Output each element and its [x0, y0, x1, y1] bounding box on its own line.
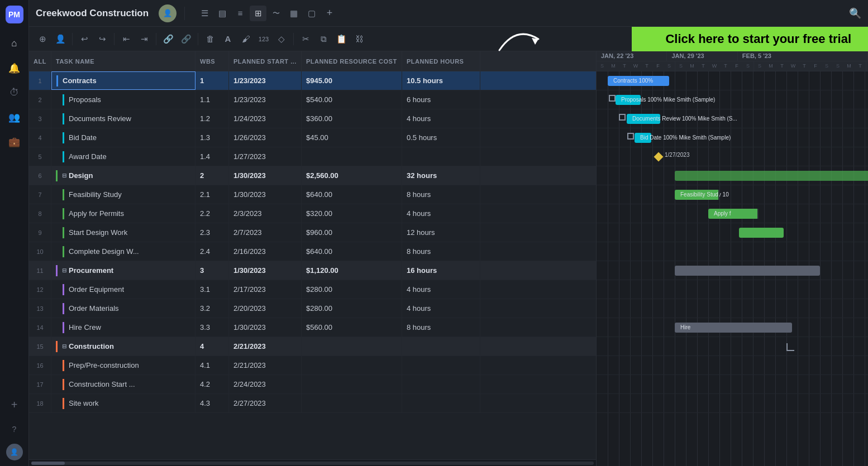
sidebar-add-button[interactable]: + — [4, 395, 25, 415]
sidebar-item-recent[interactable]: ⏱ — [4, 83, 25, 103]
gantt-bar-docs[interactable]: Documents Review 100% Mike Smith (S... — [627, 114, 660, 124]
task-hours — [402, 375, 480, 393]
table-row[interactable]: 7 Feasibility Study 2.1 1/30/2023 $640.0… — [29, 185, 596, 204]
gantt-body: Contracts 100% Proposals 100% Mike Smith… — [597, 71, 868, 466]
gantt-bar-hire[interactable]: Hire — [675, 323, 792, 333]
table-row[interactable]: 3 Documents Review 1.2 1/24/2023 $360.00… — [29, 109, 596, 128]
table-row[interactable]: 1 Contracts 1 1/23/2023 $945.00 10.5 hou… — [29, 71, 596, 90]
table-row[interactable]: 17 Construction Start ... 4.2 2/24/2023 — [29, 375, 596, 394]
scrollbar-thumb[interactable] — [31, 462, 65, 465]
task-hours: 4 hours — [402, 109, 480, 128]
gantt-bar-permits[interactable]: Apply f — [708, 209, 759, 219]
view-tab-document[interactable]: ▢ — [303, 6, 320, 21]
number-button[interactable]: 123 — [256, 31, 271, 47]
app-logo[interactable]: PM — [6, 6, 23, 23]
task-cost — [302, 375, 402, 393]
table-row[interactable]: 4 Bid Date 1.3 1/26/2023 $45.00 0.5 hour… — [29, 128, 596, 147]
gantt-bar-bid[interactable]: Bid Date 100% Mike Smith (Sample) — [635, 133, 651, 143]
task-cost — [302, 394, 402, 412]
gantt-bar-procurement[interactable] — [675, 266, 820, 276]
task-hours: 8 hours — [402, 318, 480, 337]
table-row[interactable]: 16 Prep/Pre-construction 4.1 2/21/2023 — [29, 356, 596, 375]
view-tab-gantt[interactable]: ▤ — [214, 6, 231, 21]
task-wbs: 3.2 — [195, 299, 229, 318]
sidebar-help-button[interactable]: ? — [4, 419, 25, 439]
diamond-button[interactable]: ◇ — [274, 31, 289, 47]
svg-marker-0 — [532, 38, 538, 45]
task-wbs: 4.2 — [195, 375, 229, 393]
table-row[interactable]: 9 Start Design Work 2.3 2/7/2023 $960.00… — [29, 223, 596, 242]
task-start: 2/3/2023 — [229, 204, 302, 223]
table-row[interactable]: 12 Order Equipment 3.1 2/17/2023 $280.00… — [29, 280, 596, 299]
gantt-month-jan29: JAN, 29 '23 — [667, 51, 737, 61]
task-start: 2/20/2023 — [229, 299, 302, 318]
view-tab-list[interactable]: ☰ — [196, 6, 213, 21]
table-row[interactable]: 15 ⊟ Construction 4 2/21/2023 — [29, 337, 596, 356]
table-row[interactable]: 6 ⊟ Design 2 1/30/2023 $2,560.00 32 hour… — [29, 166, 596, 185]
redo-button[interactable]: ↪ — [94, 31, 110, 47]
search-icon[interactable]: 🔍 — [849, 7, 861, 20]
paint-button[interactable]: 🖌 — [238, 31, 254, 47]
gantt-row: Apply f — [597, 204, 868, 223]
paste-button[interactable]: 📋 — [333, 31, 349, 47]
th-cost[interactable]: PLANNED RESOURCE COST — [302, 51, 402, 71]
add-person-button[interactable]: 👤 — [53, 31, 68, 47]
table-row[interactable]: 11 ⊟ Procurement 3 1/30/2023 $1,120.00 1… — [29, 261, 596, 280]
task-cost: $960.00 — [302, 223, 402, 242]
task-start: 1/27/2023 — [229, 147, 302, 166]
add-row-button[interactable]: ⊕ — [35, 31, 50, 47]
outdent-button[interactable]: ⇤ — [118, 31, 134, 47]
indent-button[interactable]: ⇥ — [136, 31, 152, 47]
sidebar-item-home[interactable]: ⌂ — [4, 33, 25, 54]
table-row[interactable]: 5 Award Date 1.4 1/27/2023 — [29, 147, 596, 166]
view-tab-plus[interactable]: + — [321, 6, 338, 21]
horizontal-scrollbar[interactable] — [29, 459, 596, 466]
view-tab-table[interactable]: ⊞ — [250, 6, 266, 21]
gantt-bar-design[interactable] — [675, 171, 868, 181]
th-wbs[interactable]: WBS — [195, 51, 229, 71]
sidebar-item-notifications[interactable]: 🔔 — [4, 58, 25, 78]
sidebar-item-people[interactable]: 👥 — [4, 107, 25, 127]
task-name: Bid Date — [51, 128, 195, 147]
table-row[interactable]: 8 Apply for Permits 2.2 2/3/2023 $320.00… — [29, 204, 596, 223]
cut-button[interactable]: ✂ — [298, 31, 313, 47]
table-row[interactable]: 2 Proposals 1.1 1/23/2023 $540.00 6 hour… — [29, 90, 596, 109]
task-name: Prep/Pre-construction — [51, 356, 195, 374]
th-all[interactable]: ALL — [29, 51, 51, 71]
gantt-bar-feasibility[interactable]: Feasibility Study 10 — [675, 190, 719, 200]
project-title: Creekwood Construction — [36, 8, 149, 19]
table-row[interactable]: 14 Hire Crew 3.3 1/30/2023 $560.00 8 hou… — [29, 318, 596, 337]
view-tab-calendar[interactable]: ▦ — [285, 6, 302, 21]
table-row[interactable]: 18 Site work 4.3 2/27/2023 — [29, 394, 596, 413]
cta-banner[interactable]: Click here to start your free trial — [632, 27, 868, 51]
gantt-bar-design-start[interactable] — [739, 228, 784, 238]
undo-button[interactable]: ↩ — [77, 31, 92, 47]
chain-button[interactable]: ⛓ — [351, 31, 367, 47]
table-row[interactable]: 10 Complete Design W... 2.4 2/16/2023 $6… — [29, 242, 596, 261]
gantt-day-group-2: S M T W T F S — [675, 61, 754, 71]
th-hours[interactable]: PLANNED HOURS — [402, 51, 480, 71]
gantt-bar-proposals[interactable]: Proposals 100% Mike Smith (Sample) — [616, 95, 641, 105]
gantt-day: T — [619, 61, 630, 71]
text-format-button[interactable]: A — [220, 31, 236, 47]
view-tab-chart[interactable]: 〜 — [268, 6, 284, 21]
gantt-bar-contracts[interactable]: Contracts 100% — [608, 76, 669, 86]
sidebar-item-projects[interactable]: 💼 — [4, 132, 25, 152]
task-start: 1/23/2023 — [229, 90, 302, 109]
link-button[interactable]: 🔗 — [160, 31, 176, 47]
gantt-day: M — [608, 61, 619, 71]
gantt-day: S — [597, 61, 608, 71]
unlink-button[interactable]: 🔗 — [178, 31, 194, 47]
th-start[interactable]: PLANNED START ... — [229, 51, 302, 71]
copy-button[interactable]: ⧉ — [316, 31, 331, 47]
th-task[interactable]: TASK NAME — [51, 51, 195, 71]
gantt-row: Hire — [597, 318, 868, 337]
delete-button[interactable]: 🗑 — [202, 31, 218, 47]
gantt-construction-connector — [786, 343, 794, 351]
project-avatar: 👤 — [159, 4, 177, 22]
view-tab-menu[interactable]: ≡ — [232, 6, 249, 21]
table-row[interactable]: 13 Order Materials 3.2 2/20/2023 $280.00… — [29, 299, 596, 318]
row-num: 11 — [29, 261, 51, 280]
gantt-row: Documents Review 100% Mike Smith (S... — [597, 109, 868, 128]
user-avatar-sidebar[interactable]: 👤 — [6, 444, 23, 460]
